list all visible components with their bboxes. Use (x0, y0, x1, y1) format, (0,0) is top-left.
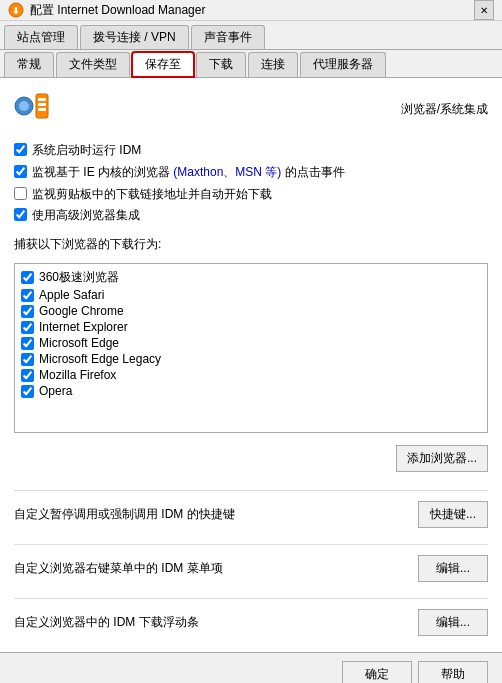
idm-logo (14, 88, 50, 124)
checkbox-360[interactable] (21, 271, 34, 284)
checkbox-ie-monitor[interactable] (14, 165, 27, 178)
separator-3 (14, 598, 488, 599)
browser-header-text: 浏览器/系统集成 (401, 101, 488, 118)
checkbox-opera[interactable] (21, 385, 34, 398)
context-menu-label: 自定义浏览器右键菜单中的 IDM 菜单项 (14, 560, 410, 577)
browser-360-label: 360极速浏览器 (39, 269, 119, 286)
main-content: 浏览器/系统集成 系统启动时运行 IDM 监视基于 IE 内核的浏览器 (Max… (0, 78, 502, 652)
checkbox-ie[interactable] (21, 321, 34, 334)
tab-proxy[interactable]: 代理服务器 (300, 52, 386, 77)
svg-rect-6 (38, 103, 46, 106)
browser-edge-label: Microsoft Edge (39, 336, 119, 350)
tab-connection[interactable]: 连接 (248, 52, 298, 77)
tab-site-management[interactable]: 站点管理 (4, 25, 78, 49)
window-title: 配置 Internet Download Manager (30, 2, 474, 19)
browser-chrome-label: Google Chrome (39, 304, 124, 318)
checkbox-edge-legacy[interactable] (21, 353, 34, 366)
tabs-row2: 常规 文件类型 保存至 下载 连接 代理服务器 (0, 50, 502, 78)
add-browser-button[interactable]: 添加浏览器... (396, 445, 488, 472)
browser-list-container: 360极速浏览器 Apple Safari Google Chrome Inte… (14, 263, 488, 433)
checkbox-ie-monitor-label[interactable]: 监视基于 IE 内核的浏览器 (Maxthon、MSN 等) 的点击事件 (32, 164, 345, 181)
tab-dialup[interactable]: 拨号连接 / VPN (80, 25, 189, 49)
checkbox-chrome[interactable] (21, 305, 34, 318)
checkbox-clipboard-label[interactable]: 监视剪贴板中的下载链接地址并自动开始下载 (32, 186, 272, 203)
browser-item-safari: Apple Safari (19, 287, 483, 303)
action-row-context-menu: 自定义浏览器右键菜单中的 IDM 菜单项 编辑... (14, 555, 488, 582)
confirm-button[interactable]: 确定 (342, 661, 412, 683)
title-bar: ⬇ 配置 Internet Download Manager ✕ (0, 0, 502, 21)
svg-rect-5 (38, 98, 46, 101)
checkbox-startup[interactable] (14, 143, 27, 156)
browser-ie-label: Internet Explorer (39, 320, 128, 334)
tab-sound-events[interactable]: 声音事件 (191, 25, 265, 49)
shortcut-button[interactable]: 快捷键... (418, 501, 488, 528)
browser-item-chrome: Google Chrome (19, 303, 483, 319)
browser-item-edge: Microsoft Edge (19, 335, 483, 351)
bottom-bar: 确定 帮助 (0, 652, 502, 683)
context-menu-edit-button[interactable]: 编辑... (418, 555, 488, 582)
tab-general[interactable]: 常规 (4, 52, 54, 77)
app-icon: ⬇ (8, 2, 24, 18)
highlight-text: (Maxthon、MSN 等) (173, 165, 281, 179)
checkbox-row-2: 监视基于 IE 内核的浏览器 (Maxthon、MSN 等) 的点击事件 (14, 164, 488, 181)
browser-item-360: 360极速浏览器 (19, 268, 483, 287)
close-button[interactable]: ✕ (474, 0, 494, 20)
browser-opera-label: Opera (39, 384, 72, 398)
help-button[interactable]: 帮助 (418, 661, 488, 683)
title-bar-buttons: ✕ (474, 0, 494, 20)
svg-text:⬇: ⬇ (12, 6, 20, 16)
browser-item-firefox: Mozilla Firefox (19, 367, 483, 383)
separator-1 (14, 490, 488, 491)
checkbox-safari[interactable] (21, 289, 34, 302)
checkbox-advanced-label[interactable]: 使用高级浏览器集成 (32, 207, 140, 224)
action-row-floating-bar: 自定义浏览器中的 IDM 下载浮动条 编辑... (14, 609, 488, 636)
action-row-shortcut: 自定义暂停调用或强制调用 IDM 的快捷键 快捷键... (14, 501, 488, 528)
checkbox-row-4: 使用高级浏览器集成 (14, 207, 488, 224)
checkbox-advanced-integration[interactable] (14, 208, 27, 221)
add-browser-row: 添加浏览器... (14, 445, 488, 472)
tab-file-types[interactable]: 文件类型 (56, 52, 130, 77)
tab-download[interactable]: 下载 (196, 52, 246, 77)
browser-item-ie: Internet Explorer (19, 319, 483, 335)
browser-item-edge-legacy: Microsoft Edge Legacy (19, 351, 483, 367)
browser-firefox-label: Mozilla Firefox (39, 368, 116, 382)
svg-point-3 (19, 101, 29, 111)
checkboxes-section: 系统启动时运行 IDM 监视基于 IE 内核的浏览器 (Maxthon、MSN … (14, 142, 488, 224)
shortcut-label: 自定义暂停调用或强制调用 IDM 的快捷键 (14, 506, 410, 523)
checkbox-row-3: 监视剪贴板中的下载链接地址并自动开始下载 (14, 186, 488, 203)
capture-label: 捕获以下浏览器的下载行为: (14, 236, 488, 253)
floating-bar-edit-button[interactable]: 编辑... (418, 609, 488, 636)
tab-save-to[interactable]: 保存至 (132, 52, 194, 77)
floating-bar-label: 自定义浏览器中的 IDM 下载浮动条 (14, 614, 410, 631)
browser-edge-legacy-label: Microsoft Edge Legacy (39, 352, 161, 366)
browser-item-opera: Opera (19, 383, 483, 399)
browser-safari-label: Apple Safari (39, 288, 104, 302)
tabs-row1: 站点管理 拨号连接 / VPN 声音事件 (0, 21, 502, 50)
checkbox-clipboard[interactable] (14, 187, 27, 200)
checkbox-firefox[interactable] (21, 369, 34, 382)
checkbox-row-1: 系统启动时运行 IDM (14, 142, 488, 159)
checkbox-edge[interactable] (21, 337, 34, 350)
svg-rect-7 (38, 108, 46, 111)
checkbox-startup-label[interactable]: 系统启动时运行 IDM (32, 142, 141, 159)
logo-area (14, 88, 50, 124)
separator-2 (14, 544, 488, 545)
